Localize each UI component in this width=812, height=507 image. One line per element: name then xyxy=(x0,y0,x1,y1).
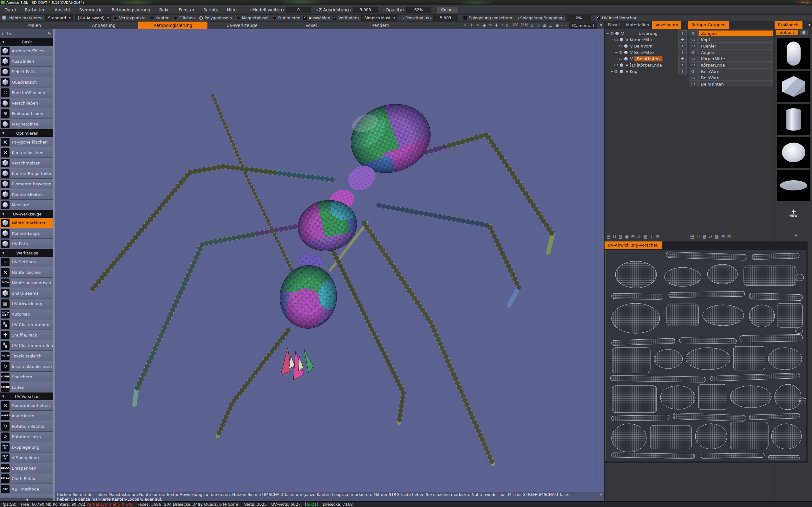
edit-icon[interactable]: ✎ xyxy=(476,21,480,29)
minimize-button[interactable]: ─ xyxy=(802,1,803,4)
sidebar-item-uv-cluster-ordnen[interactable]: ▚UV-Cluster ordnen xyxy=(0,320,55,330)
retopo-group-name[interactable]: Zangen xyxy=(699,31,773,37)
visibility-eye-icon[interactable]: ⊙ xyxy=(689,37,698,43)
add-child-button[interactable]: + xyxy=(678,31,687,37)
sidebar-section-optimieren[interactable]: ▼Optimieren xyxy=(0,129,55,137)
move-icon[interactable]: ✚ xyxy=(495,21,498,29)
retopo-group-row[interactable]: ⊙Augen xyxy=(688,49,774,55)
pen-icon[interactable]: PEN xyxy=(521,23,527,27)
voxel-layer-name[interactable]: BeinHinten xyxy=(634,56,663,61)
play-icon[interactable]: ▷ xyxy=(507,21,510,29)
swap-icon[interactable]: ⇄ xyxy=(709,234,712,239)
sidebar-item-rotation-links[interactable]: ↺Rotation Links xyxy=(0,432,55,442)
darkgrid-icon[interactable]: ▩ xyxy=(715,234,719,239)
sidebar-item-cloth-relax[interactable]: RELAXCloth Relax xyxy=(0,473,55,484)
visibility-eye-icon[interactable]: ⊙ xyxy=(689,31,698,37)
radio-icon[interactable] xyxy=(273,16,276,20)
rotate-icon[interactable]: ↺ xyxy=(489,21,492,29)
selection-mode-dropdown[interactable]: [UV-Auswahl]▼ xyxy=(75,15,111,21)
sidebar-item-entspannen[interactable]: RELAXEntspannen xyxy=(0,463,55,473)
menu-scripts[interactable]: Scripts xyxy=(199,5,222,14)
brush-radius-stepper[interactable]: ◂ Pinselradius ▸ 5,883 xyxy=(403,15,458,21)
radio-icon[interactable] xyxy=(174,16,177,20)
sidebar-item-verschließen[interactable]: Verschließen xyxy=(0,98,55,108)
swap-icon[interactable]: ⇄ xyxy=(637,234,641,239)
mirror-snapping-value[interactable]: 0% xyxy=(566,15,591,21)
chevron-down-icon[interactable]: ▼ xyxy=(795,234,798,237)
decrement-arrow-icon[interactable]: ◂ xyxy=(249,8,251,11)
add-child-button[interactable]: + xyxy=(678,49,687,55)
grid-icon[interactable]: ▦ xyxy=(702,234,706,239)
collapse-arrow-icon[interactable]: ▼ xyxy=(2,395,4,398)
sidebar-item-shuffle-pack[interactable]: ✚Shuffle/Pack xyxy=(0,330,55,340)
expand-icon[interactable]: + xyxy=(610,69,613,73)
close-icon[interactable]: ⊠ xyxy=(656,234,659,239)
new-model-button[interactable]: ✚ NEW xyxy=(774,209,812,217)
select-checkbox[interactable]: Auswählen xyxy=(303,15,330,20)
tab-anpassung[interactable]: Anpassung xyxy=(69,21,138,29)
sidebar-item-auswählen[interactable]: Auswählen xyxy=(0,56,55,66)
collapse-icon[interactable]: − xyxy=(610,38,613,42)
collapse-icon[interactable]: − xyxy=(606,32,609,36)
menu-ansicht[interactable]: Ansicht xyxy=(50,5,75,14)
checkbox-icon[interactable] xyxy=(596,16,600,20)
axis-icon[interactable]: ⊥ xyxy=(549,21,553,29)
hint-close-button[interactable]: x xyxy=(600,492,602,497)
sheet-icon[interactable]: ⊞ xyxy=(631,234,635,239)
brush-radius-value[interactable]: 5,883 xyxy=(433,15,458,21)
bulb-icon[interactable]: ☼ xyxy=(470,21,473,29)
rtp-preset-button[interactable]: default xyxy=(776,30,798,35)
z-align-value[interactable]: 3,000 xyxy=(353,7,378,13)
sidebar-section-werkzeuge[interactable]: ▼Werkzeuge xyxy=(0,249,55,257)
opacity-stepper[interactable]: ◂ Opacity ▸ 62% xyxy=(383,7,431,13)
droplet-icon[interactable]: ◆ xyxy=(483,21,486,29)
retopo-group-row[interactable]: ⊙Fuehler xyxy=(688,43,774,49)
menu-datei[interactable]: Datei xyxy=(0,5,20,14)
tab-voxel[interactable]: Voxel xyxy=(276,21,346,29)
tab-retopo-gruppen[interactable]: Retopo-Gruppen xyxy=(688,21,729,29)
sidebar-item-v-spiegelung[interactable]: FLIP VV-Spiegelung xyxy=(0,452,55,463)
import-icon[interactable]: ⇓ xyxy=(650,234,653,239)
add-preset-icon[interactable]: ⊞ xyxy=(800,30,808,35)
tab-malen[interactable]: Malen xyxy=(0,21,69,29)
sidebar-item-nähte-automatisch[interactable]: AUTONähte automatisch xyxy=(0,278,55,288)
add-child-button[interactable]: + xyxy=(678,56,687,62)
visibility-eye-icon[interactable]: ⊙ xyxy=(689,43,698,49)
radio-icon[interactable] xyxy=(199,16,203,20)
menu-symmetrie[interactable]: Symmetrie xyxy=(75,5,107,14)
rtp-model-sphere[interactable] xyxy=(777,137,810,168)
voxel-layer-name[interactable]: KörperMitte xyxy=(629,38,654,42)
mirror-snapping-stepper[interactable]: ◂ Spiegelung-Snapping ▸ 0% xyxy=(517,15,591,21)
voxel-tree-row[interactable]: −⊙VKörperMitte+ xyxy=(605,37,688,43)
retopo-group-name[interactable]: BeinVorn xyxy=(699,75,773,81)
retopo-group-name[interactable]: Kopf xyxy=(699,37,773,43)
collapse-icon[interactable]: − xyxy=(615,57,618,61)
visibility-eye-icon[interactable]: ⊙ xyxy=(689,68,698,74)
collapse-arrow-icon[interactable]: ▼ xyxy=(2,212,4,216)
copy-icon[interactable]: ▥ xyxy=(618,234,622,239)
radio-polygoninseln[interactable]: Polygoninseln xyxy=(199,15,232,20)
visibility-eye-icon[interactable]: ⊙ xyxy=(689,75,698,81)
sidebar-section-uv-vorschau[interactable]: ▼UV-Vorschau xyxy=(0,393,55,400)
frame-icon[interactable]: ▣ xyxy=(555,21,559,29)
sidebar-item-abf-methode[interactable]: ABFABF Methode xyxy=(0,484,55,494)
tab-pinsel[interactable]: Pinsel xyxy=(605,21,623,29)
sidebar-item-invertieren[interactable]: INVERTInvertieren xyxy=(0,411,55,421)
collapse-arrow-icon[interactable]: ▼ xyxy=(2,131,4,135)
sidebar-item-automap[interactable]: AUTO MAPAutoMap xyxy=(0,309,55,320)
sidebar-item-elemente-bewegen[interactable]: Elemente bewegen xyxy=(0,179,55,189)
mirror-invert-checkbox[interactable]: Spiegelung umkehren xyxy=(463,15,512,20)
rtp-model-cube[interactable] xyxy=(777,71,810,102)
trash-icon[interactable]: ⊔ xyxy=(697,234,700,239)
visibility-eye-icon[interactable]: ⊙ xyxy=(618,44,623,48)
volume-sphere-icon[interactable] xyxy=(620,63,623,67)
radio-vertexpunkte[interactable]: Vertexpunkte xyxy=(113,15,146,20)
retopo-group-name[interactable]: BeinHinten xyxy=(699,81,773,87)
uv-layout-canvas[interactable] xyxy=(606,250,806,461)
sidebar-item-inseln-aktualisieren[interactable]: ↻Inseln aktualisieren xyxy=(0,361,55,372)
sidebar-item-uv-settings[interactable]: ≡UV Settings xyxy=(0,257,55,267)
retopo-group-name[interactable]: KörperMitte xyxy=(699,56,773,62)
radio-icon[interactable] xyxy=(150,16,154,20)
disable-icon[interactable]: ⊘ xyxy=(530,21,534,29)
volume-sphere-icon[interactable] xyxy=(620,38,623,42)
